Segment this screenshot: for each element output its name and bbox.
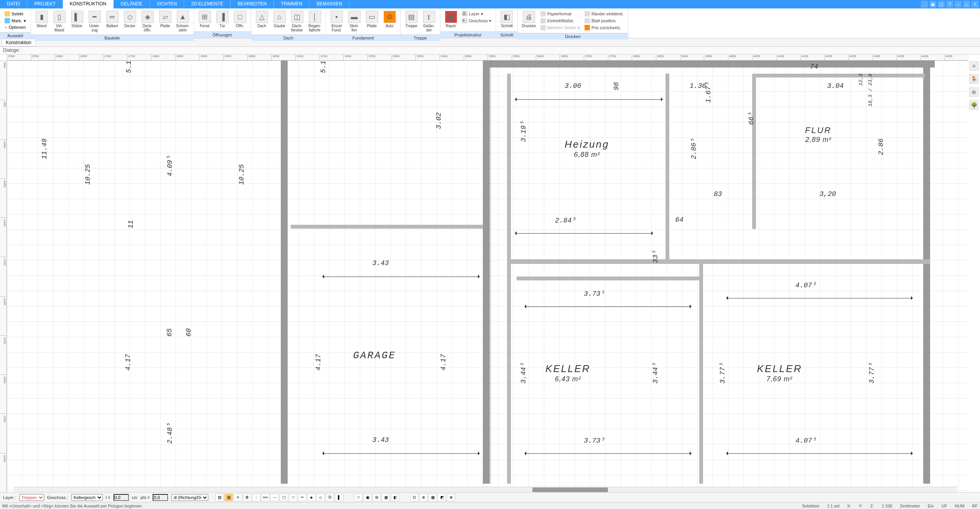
menu-gelaende[interactable]: GELÄNDE — [114, 0, 150, 8]
balken-button[interactable]: ═Balken — [104, 10, 121, 29]
platte-button[interactable]: ▱Platte — [157, 10, 174, 29]
tool-icon[interactable]: 🔧 — [921, 1, 928, 8]
column-icon: ▌ — [71, 11, 83, 23]
hatch1-icon[interactable]: ▨ — [215, 494, 224, 501]
dim: 3.02 — [435, 112, 443, 129]
dim: 3.43 — [372, 436, 389, 444]
dim-icon[interactable]: ↔ — [270, 494, 279, 501]
optionen-button[interactable]: +Optionen — [4, 25, 27, 30]
screen-icon[interactable]: ▢ — [938, 1, 945, 8]
layer-select[interactable]: Treppen — [19, 494, 44, 501]
menu-sichten[interactable]: SICHTEN — [150, 0, 184, 8]
wand-button[interactable]: ▮Wand — [33, 10, 50, 29]
layers2-icon[interactable]: ◈ — [307, 494, 316, 501]
menu-trimmen[interactable]: TRIMMEN — [274, 0, 310, 8]
subbar-tab[interactable]: Konstruktion — [2, 39, 36, 46]
dim: 98 — [613, 82, 620, 91]
cut-icon[interactable]: ✂ — [298, 494, 306, 501]
l-input[interactable] — [114, 494, 129, 501]
unterzug-button[interactable]: ━Unter- zug — [86, 10, 103, 33]
treppe-button[interactable]: ▤Treppe — [403, 10, 420, 29]
drucken-button[interactable]: 🖨Drucken — [520, 10, 537, 29]
railing-icon: ⫿ — [423, 11, 435, 23]
virtwand-button[interactable]: ▯Virt. Wand — [51, 10, 68, 33]
richtung-select[interactable]: dl (Richtung/Di — [171, 494, 208, 501]
room-label-flur: FLUR2,89 m² — [805, 125, 832, 144]
n-icon[interactable]: Ⓝ — [326, 494, 334, 501]
close-icon[interactable]: × — [972, 1, 978, 8]
minimize-icon[interactable]: – — [955, 1, 962, 8]
bar-icon[interactable]: ▌ — [335, 494, 343, 501]
room-label-heizung: Heizung6,88 m² — [565, 138, 609, 159]
tuer-button[interactable]: ▐Tür — [214, 10, 231, 29]
geschoss-dropdown[interactable]: ≡Geschoss ▾ — [462, 18, 492, 24]
mehrere-seiten-button[interactable]: Mehrere Seiten ▾ — [540, 25, 580, 31]
raum-button[interactable]: ▣Raum — [443, 10, 460, 29]
raender-button[interactable]: Ränder einblend. — [584, 11, 624, 17]
snap4-icon[interactable]: ◩ — [438, 494, 446, 501]
align2-icon[interactable]: ≣ — [243, 494, 251, 501]
stuetze-button[interactable]: ▌Stütze — [69, 10, 86, 29]
fenster-button[interactable]: ⊞Fenst — [196, 10, 213, 29]
layer-dropdown[interactable]: ☰Layer ▾ — [462, 11, 492, 17]
phi-input[interactable] — [153, 494, 168, 501]
blatt-button[interactable]: Blatt position. — [584, 18, 624, 24]
menu-bemassen[interactable]: BEMASSEN — [310, 0, 349, 8]
snap5-icon[interactable]: ⊗ — [447, 494, 455, 501]
rect2-icon[interactable]: □ — [289, 494, 297, 501]
slabfound-icon: ▭ — [366, 11, 378, 23]
view1-icon[interactable]: □ — [354, 494, 362, 501]
mark-button[interactable]: Mark. ▾ — [4, 18, 27, 24]
scrollbar-thumb[interactable] — [532, 488, 608, 492]
status-x: X: — [847, 504, 851, 508]
maximize-icon[interactable]: □ — [963, 1, 970, 8]
ruler-horizontal: 2500255026002650270027502800285029002950… — [7, 54, 968, 61]
menu-2d[interactable]: 2D-ELEMENTE — [184, 0, 231, 8]
view5-icon[interactable]: ◧ — [391, 494, 399, 501]
decke-button[interactable]: ◇Decke — [122, 10, 138, 29]
geschoss-select[interactable]: Kellergesch — [71, 494, 103, 501]
papierformat-button[interactable]: Papierformat — [540, 11, 580, 17]
platte2-button[interactable]: ▭Platte — [364, 10, 380, 29]
abc-icon[interactable]: Abc — [261, 494, 270, 501]
layers3-icon[interactable]: ◇ — [316, 494, 325, 501]
schnitt-button[interactable]: ◧Schnitt — [498, 10, 515, 29]
snap1-icon[interactable]: ⊡ — [410, 494, 418, 501]
hatch2-icon[interactable]: ▨ — [224, 494, 233, 501]
schornstein-button[interactable]: ▲Schorn- stein — [175, 10, 191, 33]
window-icon[interactable]: ▣ — [929, 1, 936, 8]
regenfallrohr-button[interactable]: │Regen- fallrohr — [306, 10, 323, 33]
chair-icon[interactable]: 🪑 — [969, 74, 978, 84]
align1-icon[interactable]: ≡ — [234, 494, 242, 501]
dachfenster-button[interactable]: ◫Dach- fenster — [289, 10, 306, 33]
gaube-button[interactable]: ⌂Gaube — [271, 10, 288, 29]
einheit-button[interactable]: Einheit/Maßst. — [540, 18, 580, 24]
help-icon[interactable]: ? — [946, 1, 953, 8]
view3-icon[interactable]: ⊞ — [372, 494, 381, 501]
snap2-icon[interactable]: ⊕ — [419, 494, 428, 501]
drawing-canvas[interactable]: GARAGE Heizung6,88 m² KELLER6,43 m² KELL… — [7, 61, 968, 492]
layers-icon[interactable]: ≡ — [969, 61, 978, 71]
dach-button[interactable]: △Dach — [254, 10, 270, 29]
streifen-button[interactable]: ▬Strei- fen — [346, 10, 363, 33]
pos-button[interactable]: Pos zurücksetz. — [584, 25, 624, 31]
tree-icon[interactable]: 🌳 — [969, 100, 978, 110]
menu-bearbeiten[interactable]: BEARBEITEN — [231, 0, 274, 8]
menu-datei[interactable]: DATEI — [0, 0, 27, 8]
auto-button[interactable]: ⚙Auto — [381, 10, 398, 29]
menu-projekt[interactable]: PROJEKT — [27, 0, 63, 8]
gelaender-button[interactable]: ⫿Gelän- der — [421, 10, 438, 33]
snap3-icon[interactable]: ▦ — [428, 494, 437, 501]
deckoeffn-button[interactable]: ◈Deck- öffn. — [139, 10, 156, 33]
rect-icon[interactable]: ▢ — [280, 494, 288, 501]
einzelfund-button[interactable]: ▪Einzel Fund. — [328, 10, 345, 33]
view4-icon[interactable]: ▦ — [382, 494, 390, 501]
view2-icon[interactable]: ▣ — [363, 494, 372, 501]
horizontal-scrollbar[interactable] — [14, 487, 957, 492]
menu-konstruktion[interactable]: KONSTRUKTION — [63, 0, 114, 8]
oeffnung-button[interactable]: □Öffn. — [232, 10, 249, 29]
compass-icon[interactable]: ⊕ — [969, 87, 978, 97]
dim: 64 — [675, 216, 684, 224]
align3-icon[interactable]: ⋮ — [252, 494, 260, 501]
selekt-button[interactable]: Selekt — [4, 11, 27, 17]
